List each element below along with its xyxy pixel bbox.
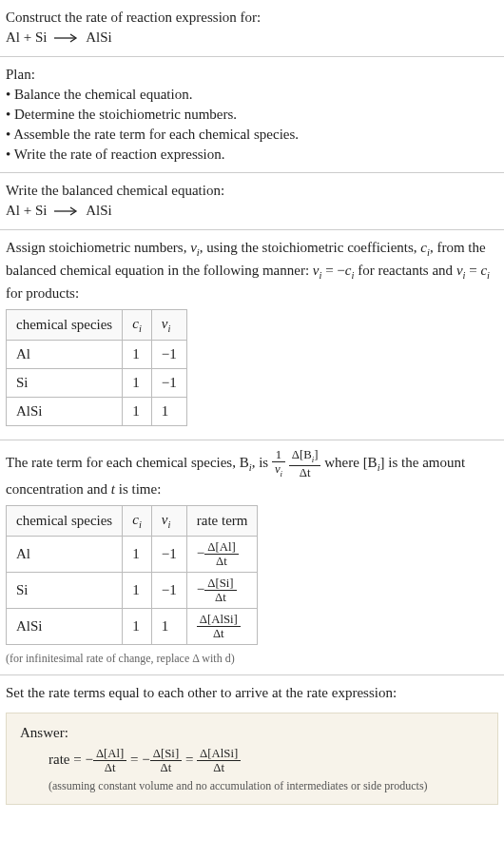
cell-species: Si bbox=[7, 369, 123, 398]
den: Δt bbox=[204, 555, 238, 568]
table-header-row: chemical species ci νi bbox=[7, 309, 187, 341]
neg: − bbox=[197, 581, 204, 596]
num: Δ[Bi] bbox=[289, 448, 321, 465]
subscript-i: i bbox=[139, 519, 142, 530]
balanced-lhs: Al + Si bbox=[6, 203, 47, 218]
cell-c: 1 bbox=[123, 369, 152, 398]
cell-term: Δ[AlSi]Δt bbox=[186, 609, 258, 645]
table-row: Al1−1 bbox=[7, 341, 187, 369]
balanced-section: Write the balanced chemical equation: Al… bbox=[0, 173, 504, 229]
subscript-i: i bbox=[167, 519, 170, 530]
table-row: AlSi 1 1 Δ[AlSi]Δt bbox=[7, 609, 258, 645]
stoich-text: Assign stoichiometric numbers, νi, using… bbox=[6, 238, 498, 303]
subscript-i: i bbox=[487, 270, 490, 281]
text: = − bbox=[321, 263, 344, 278]
cell-c: 1 bbox=[123, 398, 152, 426]
den: Δt bbox=[197, 761, 241, 774]
num: Δ[Al] bbox=[204, 540, 238, 555]
den: Δt bbox=[204, 591, 236, 604]
text: is time: bbox=[115, 481, 161, 497]
cell-nu: −1 bbox=[151, 537, 186, 573]
col-nu: νi bbox=[151, 505, 186, 537]
plan-item-text: Write the rate of reaction expression. bbox=[14, 147, 225, 162]
plan-item-text: Determine the stoichiometric numbers. bbox=[14, 107, 237, 122]
text: for reactants and bbox=[354, 263, 456, 278]
equals: = bbox=[130, 752, 142, 767]
stoich-table: chemical species ci νi Al1−1 Si1−1 AlSi1… bbox=[6, 309, 187, 427]
num: Δ[Si] bbox=[150, 747, 182, 761]
reaction-arrow-icon bbox=[54, 202, 79, 222]
plan-item: • Assemble the rate term for each chemic… bbox=[6, 125, 498, 145]
frac: Δ[Si]Δt bbox=[150, 747, 182, 774]
cell-species: Al bbox=[7, 341, 123, 369]
col-species: chemical species bbox=[7, 309, 123, 341]
cell-nu: 1 bbox=[151, 609, 186, 645]
stoich-section: Assign stoichiometric numbers, νi, using… bbox=[0, 230, 504, 440]
table-row: Si1−1 bbox=[7, 369, 187, 398]
table-row: Al 1 −1 −Δ[Al]Δt bbox=[7, 537, 258, 573]
cell-species: Al bbox=[7, 537, 123, 573]
c-symbol: c bbox=[132, 512, 139, 527]
num: Δ[AlSi] bbox=[197, 613, 241, 627]
den: νi bbox=[272, 462, 285, 479]
table-row: AlSi11 bbox=[7, 398, 187, 426]
intro-rhs: AlSi bbox=[86, 29, 112, 45]
text: Δ[B bbox=[292, 448, 312, 461]
col-species: chemical species bbox=[7, 505, 123, 537]
balanced-equation: Al + Si AlSi bbox=[6, 201, 498, 222]
cell-nu: −1 bbox=[151, 573, 186, 609]
col-term: rate term bbox=[186, 505, 258, 537]
subscript-i: i bbox=[139, 323, 142, 334]
text: = bbox=[465, 263, 480, 278]
reaction-arrow-icon bbox=[54, 29, 79, 49]
intro-prompt: Construct the rate of reaction expressio… bbox=[6, 8, 498, 28]
final-heading: Set the rate terms equal to each other t… bbox=[6, 683, 498, 703]
c-symbol: c bbox=[132, 316, 139, 331]
cell-species: Si bbox=[7, 573, 123, 609]
nu-symbol: ν bbox=[190, 240, 197, 255]
den: Δt bbox=[197, 627, 241, 640]
answer-equation: rate = −Δ[Al]Δt = −Δ[Si]Δt = Δ[AlSi]Δt bbox=[48, 747, 484, 774]
plan-item-text: Assemble the rate term for each chemical… bbox=[13, 127, 299, 142]
plan-item: • Write the rate of reaction expression. bbox=[6, 145, 498, 165]
equals: = bbox=[185, 752, 197, 767]
den: Δt bbox=[289, 466, 321, 479]
text: where [B bbox=[324, 455, 377, 470]
plan-item: • Determine the stoichiometric numbers. bbox=[6, 105, 498, 125]
frac: Δ[Al]Δt bbox=[93, 747, 126, 774]
subscript-i: i bbox=[281, 469, 282, 479]
neg: − bbox=[85, 752, 92, 767]
frac: Δ[Al]Δt bbox=[204, 540, 238, 568]
text: Assign stoichiometric numbers, bbox=[6, 240, 190, 255]
answer-label: Answer: bbox=[20, 723, 484, 743]
neg: − bbox=[142, 752, 149, 767]
cell-c: 1 bbox=[123, 537, 152, 573]
cell-c: 1 bbox=[123, 609, 152, 645]
plan-item-text: Balance the chemical equation. bbox=[14, 87, 192, 102]
intro-section: Construct the rate of reaction expressio… bbox=[0, 0, 504, 56]
cell-term: −Δ[Al]Δt bbox=[186, 537, 258, 573]
balanced-rhs: AlSi bbox=[86, 203, 112, 218]
text: ] bbox=[314, 448, 318, 461]
frac: Δ[Si]Δt bbox=[204, 577, 236, 604]
text: for products: bbox=[6, 285, 79, 301]
cell-nu: −1 bbox=[151, 341, 186, 369]
cell-c: 1 bbox=[123, 341, 152, 369]
cell-nu: −1 bbox=[151, 369, 186, 398]
text: , is bbox=[252, 455, 272, 470]
num: Δ[Al] bbox=[93, 747, 126, 761]
cell-nu: 1 bbox=[151, 398, 186, 426]
rateterm-text: The rate term for each chemical species,… bbox=[6, 448, 498, 498]
col-c: ci bbox=[123, 309, 152, 341]
plan-heading: Plan: bbox=[6, 65, 498, 85]
plan-item: • Balance the chemical equation. bbox=[6, 85, 498, 105]
c-symbol: c bbox=[345, 263, 352, 278]
infinitesimal-note: (for infinitesimal rate of change, repla… bbox=[6, 651, 498, 667]
table-header-row: chemical species ci νi rate term bbox=[7, 505, 258, 537]
balanced-heading: Write the balanced chemical equation: bbox=[6, 181, 498, 201]
plan-section: Plan: • Balance the chemical equation. •… bbox=[0, 57, 504, 172]
cell-species: AlSi bbox=[7, 609, 123, 645]
rate-word: rate = bbox=[48, 752, 85, 767]
rateterm-section: The rate term for each chemical species,… bbox=[0, 440, 504, 674]
neg: − bbox=[197, 545, 204, 560]
